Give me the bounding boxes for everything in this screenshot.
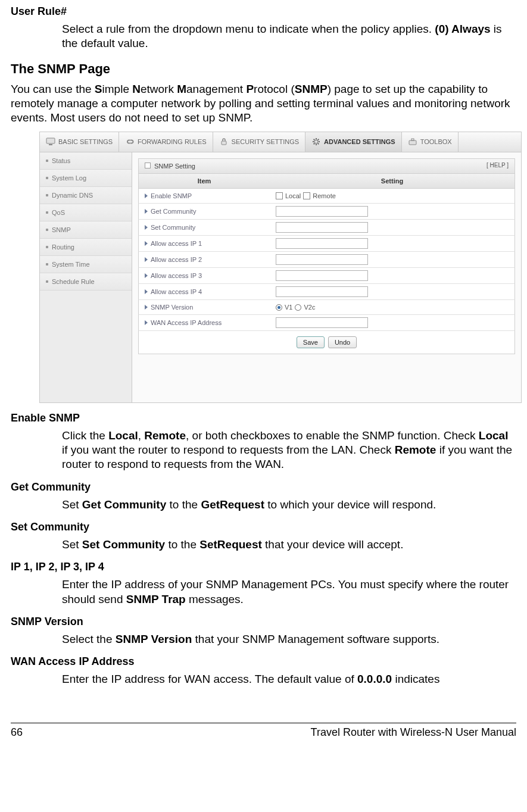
sidebar-item-label: Schedule Rule [52,277,95,286]
text: that your device will accept. [262,538,404,551]
row-allow-ip1: Allow access IP 1 [138,236,515,252]
tab-toolbox[interactable]: TOOLBOX [402,132,459,152]
row-label: Allow access IP 2 [151,255,202,264]
link-icon [125,138,135,146]
panel-title: SNMP Setting [154,163,195,170]
tab-advanced-settings[interactable]: ADVANCED SETTINGS [305,132,402,152]
field-body-set-community: Set Set Community to the SetRequest that… [62,538,516,552]
bullet-icon [46,246,48,248]
bold-text: Get Community [82,498,166,511]
blank-space [138,354,515,396]
top-nav: BASIC SETTINGS FORWARDING RULES SECURITY… [40,132,521,152]
tab-security-settings[interactable]: SECURITY SETTINGS [213,132,305,152]
screenshot-panel: BASIC SETTINGS FORWARDING RULES SECURITY… [39,132,522,403]
panel-header: SNMP Setting [ HELP ] [138,158,515,174]
row-label: Allow access IP 1 [151,239,202,248]
bullet-icon [46,194,48,196]
bold-letter: N [132,83,141,95]
page-footer: 66 Travel Router with Wireless-N User Ma… [11,723,516,739]
svg-line-9 [318,143,319,145]
sidebar-item-routing[interactable]: Routing [40,239,132,256]
arrow-right-icon [145,273,148,278]
sidebar-item-label: System Time [52,260,90,268]
tab-basic-settings[interactable]: BASIC SETTINGS [40,132,119,152]
tab-label: FORWARDING RULES [138,138,207,146]
field-heading-get-community: Get Community [11,480,516,494]
bullet-icon [46,160,48,162]
col-header-item: Item [139,174,270,188]
field-heading-enable-snmp: Enable SNMP [11,411,516,425]
svg-line-11 [314,143,315,145]
bold-text: Local [108,429,138,442]
row-allow-ip2: Allow access IP 2 [138,252,515,268]
col-header-setting: Setting [270,174,514,188]
v1-radio[interactable] [276,304,282,311]
wan-access-input[interactable] [276,317,368,328]
set-community-input[interactable] [276,222,368,233]
help-link[interactable]: [ HELP ] [487,162,509,170]
text: You can use the [11,83,95,95]
field-heading-user-rule: User Rule# [11,5,516,18]
field-body-ips: Enter the IP address of your SNMP Manage… [62,577,516,607]
allow-ip3-input[interactable] [276,270,368,281]
sidebar-item-schedule-rule[interactable]: Schedule Rule [40,273,132,291]
bold-text: (0) Always [435,23,490,35]
row-label: SNMP Version [151,303,193,311]
svg-line-10 [318,139,319,140]
text: messages. [186,593,244,605]
svg-rect-12 [409,140,416,145]
field-body-enable-snmp: Click the Local, Remote, or both checkbo… [62,429,516,472]
checkbox-label: Local [285,192,301,200]
toolbox-icon [408,138,417,146]
arrow-right-icon [145,305,148,310]
svg-line-8 [314,139,315,140]
sidebar-item-qos[interactable]: QoS [40,204,132,221]
bold-text: SNMP Version [116,633,192,645]
row-snmp-version: SNMP Version V1 V2c [138,300,515,315]
field-heading-ips: IP 1, IP 2, IP 3, IP 4 [11,560,516,574]
allow-ip4-input[interactable] [276,286,368,297]
bullet-icon [46,229,48,231]
sidebar-item-status[interactable]: Status [40,152,132,170]
text: Select the [62,633,116,645]
arrow-right-icon [145,225,148,230]
text: indicates [392,673,439,685]
allow-ip1-input[interactable] [276,238,368,249]
row-allow-ip3: Allow access IP 3 [138,268,515,284]
row-label: Enable SNMP [151,192,192,200]
sidebar-item-system-log[interactable]: System Log [40,170,132,187]
row-label: Allow access IP 4 [151,288,202,296]
get-community-input[interactable] [276,206,368,217]
save-button[interactable]: Save [297,336,325,348]
bold-text: SNMP [295,83,328,95]
text: if you want the router to respond to req… [62,444,395,456]
row-get-community: Get Community [138,204,515,220]
allow-ip2-input[interactable] [276,254,368,265]
bold-text: 0.0.0.0 [357,673,392,685]
remote-checkbox[interactable] [303,192,310,199]
tab-label: BASIC SETTINGS [58,138,113,146]
row-allow-ip4: Allow access IP 4 [138,284,515,300]
sidebar-item-system-time[interactable]: System Time [40,256,132,273]
text: Click the [62,429,108,442]
sidebar-item-dynamic-dns[interactable]: Dynamic DNS [40,187,132,204]
text: , or both checkboxes to enable the SNMP … [186,429,479,442]
sidebar-item-label: Status [52,157,70,165]
text: that your SNMP Management software suppo… [192,633,439,645]
bold-text: Local [479,429,509,442]
tab-forwarding-rules[interactable]: FORWARDING RULES [119,132,213,152]
radio-dot-icon [277,306,280,309]
bold-text: SetRequest [199,538,262,551]
text: to the [166,498,201,511]
undo-button[interactable]: Undo [328,336,357,348]
sidebar-item-snmp[interactable]: SNMP [40,221,132,239]
bold-letter: M [177,83,186,95]
sidebar-item-label: SNMP [52,226,71,234]
radio-label: V2c [304,303,315,311]
local-checkbox[interactable] [276,192,283,199]
lock-icon [219,138,229,146]
text: Enter the IP address for WAN access. The… [62,673,357,685]
radio-label: V1 [285,303,292,311]
arrow-right-icon [145,193,148,198]
v2c-radio[interactable] [295,304,301,311]
